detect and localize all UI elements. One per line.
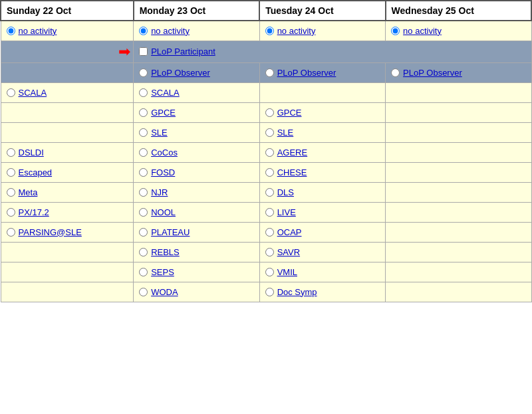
cell-11-1[interactable]: REBLS [134, 242, 260, 262]
cell-4-1[interactable]: GPCE [134, 102, 260, 122]
radio-4-1[interactable] [139, 108, 148, 117]
radio-5-1[interactable] [139, 128, 148, 137]
radio-9-1[interactable] [139, 208, 148, 217]
cell-6-2[interactable]: AGERE [259, 142, 385, 162]
item-link-5-1[interactable]: SLE [151, 128, 168, 138]
item-link-4-1[interactable]: GPCE [151, 108, 176, 118]
item-link-10-2[interactable]: OCAP [277, 227, 302, 237]
cell-9-0[interactable]: PX/17.2 [1, 202, 134, 222]
radio-5-2[interactable] [265, 128, 274, 137]
no-activity-cell-0[interactable]: no activity [1, 21, 134, 41]
cell-6-1[interactable]: CoCos [134, 142, 260, 162]
cell-12-1[interactable]: SEPS [134, 262, 260, 282]
cell-7-2[interactable]: CHESE [259, 162, 385, 182]
radio-6-0[interactable] [7, 148, 15, 157]
item-link-6-2[interactable]: AGERE [277, 148, 308, 157]
plop-participant-link[interactable]: PLoP Participant [151, 47, 215, 56]
item-link-8-0[interactable]: Meta [19, 187, 38, 197]
radio-8-2[interactable] [265, 188, 274, 197]
radio-no-activity-0[interactable] [7, 27, 15, 35]
radio-12-2[interactable] [265, 268, 274, 276]
cell-8-0[interactable]: Meta [1, 182, 134, 202]
item-link-5-2[interactable]: SLE [277, 128, 294, 138]
radio-11-2[interactable] [265, 248, 274, 257]
item-link-12-2[interactable]: VMIL [277, 267, 297, 277]
cell-9-2[interactable]: LIVE [259, 202, 385, 222]
radio-no-activity-1[interactable] [139, 27, 148, 35]
radio-no-activity-2[interactable] [265, 27, 274, 35]
item-link-9-1[interactable]: NOOL [151, 207, 176, 217]
radio-6-1[interactable] [139, 148, 148, 157]
radio-4-2[interactable] [265, 108, 274, 117]
cell-10-2[interactable]: OCAP [259, 222, 385, 242]
cell-6-0[interactable]: DSLDI [1, 142, 134, 162]
item-link-6-1[interactable]: CoCos [151, 148, 178, 157]
cell-5-1[interactable]: SLE [134, 122, 260, 142]
radio-observer-1[interactable] [139, 68, 148, 77]
radio-7-1[interactable] [139, 168, 148, 177]
radio-3-1[interactable] [139, 88, 148, 97]
radio-6-2[interactable] [265, 148, 274, 157]
no-activity-link-3[interactable]: no activity [403, 26, 442, 36]
cell-8-1[interactable]: NJR [134, 182, 260, 202]
item-link-13-2[interactable]: Doc Symp [277, 287, 317, 297]
no-activity-link-0[interactable]: no activity [19, 26, 57, 36]
item-link-13-1[interactable]: WODA [151, 287, 178, 297]
radio-10-0[interactable] [7, 228, 15, 237]
cell-2-1[interactable]: PLoP Observer [134, 62, 260, 82]
cell-4-2[interactable]: GPCE [259, 102, 385, 122]
radio-10-1[interactable] [139, 228, 148, 237]
cell-12-2[interactable]: VMIL [259, 262, 385, 282]
item-link-8-2[interactable]: DLS [277, 187, 294, 197]
item-link-12-1[interactable]: SEPS [151, 267, 174, 277]
radio-9-0[interactable] [7, 208, 15, 217]
item-link-11-2[interactable]: SAVR [277, 247, 300, 257]
radio-13-2[interactable] [265, 288, 274, 296]
item-link-3-1[interactable]: SCALA [151, 88, 180, 98]
cell-3-0[interactable]: SCALA [1, 82, 134, 102]
no-activity-cell-3[interactable]: no activity [386, 21, 531, 41]
cell-13-2[interactable]: Doc Symp [259, 282, 385, 302]
radio-11-1[interactable] [139, 248, 148, 257]
radio-observer-3[interactable] [391, 68, 400, 77]
item-link-3-0[interactable]: SCALA [19, 88, 47, 98]
cell-13-1[interactable]: WODA [134, 282, 260, 302]
item-link-10-1[interactable]: PLATEAU [151, 227, 190, 237]
item-link-6-0[interactable]: DSLDI [19, 148, 44, 157]
item-link-9-2[interactable]: LIVE [277, 207, 296, 217]
cell-7-1[interactable]: FOSD [134, 162, 260, 182]
plop-participant-cell[interactable]: PLoP Participant [134, 41, 531, 62]
cell-9-1[interactable]: NOOL [134, 202, 260, 222]
radio-observer-2[interactable] [265, 68, 274, 77]
cell-11-2[interactable]: SAVR [259, 242, 385, 262]
item-link-11-1[interactable]: REBLS [151, 247, 180, 257]
item-link-4-2[interactable]: GPCE [277, 108, 302, 118]
no-activity-cell-1[interactable]: no activity [134, 21, 260, 41]
radio-12-1[interactable] [139, 268, 148, 276]
radio-9-2[interactable] [265, 208, 274, 217]
observer-link-2[interactable]: PLoP Observer [277, 68, 336, 78]
radio-8-0[interactable] [7, 188, 15, 197]
cell-10-1[interactable]: PLATEAU [134, 222, 260, 242]
cell-2-2[interactable]: PLoP Observer [259, 62, 385, 82]
radio-3-0[interactable] [7, 88, 15, 97]
item-link-10-0[interactable]: PARSING@SLE [19, 227, 82, 237]
item-link-9-0[interactable]: PX/17.2 [19, 207, 49, 217]
cell-5-2[interactable]: SLE [259, 122, 385, 142]
cell-3-1[interactable]: SCALA [134, 82, 260, 102]
no-activity-cell-2[interactable]: no activity [259, 21, 385, 41]
no-activity-link-2[interactable]: no activity [277, 26, 316, 36]
cell-2-3[interactable]: PLoP Observer [386, 62, 531, 82]
cell-8-2[interactable]: DLS [259, 182, 385, 202]
item-link-7-1[interactable]: FOSD [151, 167, 175, 177]
radio-13-1[interactable] [139, 288, 148, 296]
item-link-7-2[interactable]: CHESE [277, 167, 307, 177]
radio-7-2[interactable] [265, 168, 274, 177]
observer-link-1[interactable]: PLoP Observer [151, 68, 210, 78]
item-link-7-0[interactable]: Escaped [19, 167, 53, 177]
no-activity-link-1[interactable]: no activity [151, 26, 190, 36]
cell-10-0[interactable]: PARSING@SLE [1, 222, 134, 242]
radio-8-1[interactable] [139, 188, 148, 197]
item-link-8-1[interactable]: NJR [151, 187, 168, 197]
radio-no-activity-3[interactable] [391, 27, 400, 35]
